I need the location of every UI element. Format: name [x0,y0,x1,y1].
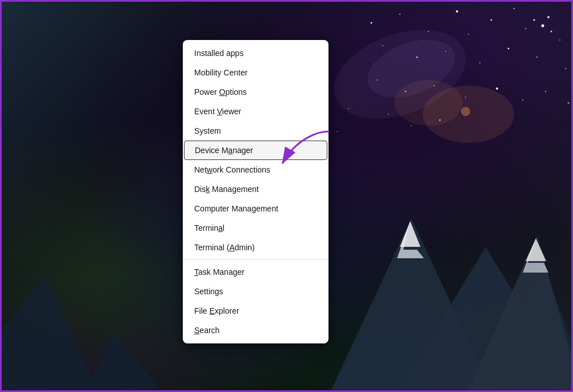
svg-point-23 [545,91,546,92]
menu-item-event-viewer[interactable]: Event Viewer [183,102,328,121]
menu-item-system[interactable]: System [183,121,328,141]
svg-point-9 [559,39,560,41]
svg-point-16 [565,68,566,69]
svg-point-29 [411,125,412,126]
menu-item-settings[interactable]: Settings [183,282,328,301]
menu-item-power-options[interactable]: Power Options [183,82,328,102]
svg-point-14 [508,48,510,50]
svg-point-32 [336,131,338,132]
menu-item-mobility-center[interactable]: Mobility Center [183,63,328,82]
menu-item-device-manager[interactable]: Device Manager [184,141,327,160]
svg-point-24 [568,102,570,104]
svg-point-8 [547,16,550,18]
menu-item-installed-apps[interactable]: Installed apps [183,43,328,63]
svg-point-26 [534,19,535,21]
svg-point-25 [542,25,544,27]
svg-point-15 [536,57,538,58]
svg-point-13 [479,62,480,63]
svg-point-4 [468,34,469,35]
svg-point-1 [399,14,400,15]
svg-point-21 [496,87,498,90]
menu-item-disk-management[interactable]: Disk Management [183,179,328,199]
menu-item-computer-management[interactable]: Computer Management [183,199,328,218]
svg-marker-41 [0,275,160,390]
svg-point-6 [514,8,515,9]
menu-item-task-manager[interactable]: Task Manager [183,262,328,282]
menu-item-search[interactable]: Search [183,321,328,340]
svg-point-22 [522,99,523,101]
menu-item-file-explorer[interactable]: File Explorer [183,301,328,321]
svg-point-0 [371,22,372,24]
svg-point-5 [491,19,492,21]
svg-point-35 [461,107,470,116]
svg-point-27 [551,31,552,33]
svg-point-7 [525,28,526,29]
menu-separator [183,259,328,260]
svg-point-3 [456,10,458,13]
context-menu: Installed apps Mobility Center Power Opt… [183,40,328,343]
menu-item-terminal[interactable]: Terminal [183,218,328,238]
menu-item-terminal-admin[interactable]: Terminal (Admin) [183,238,328,257]
menu-item-network-connections[interactable]: Network Connections [183,160,328,179]
